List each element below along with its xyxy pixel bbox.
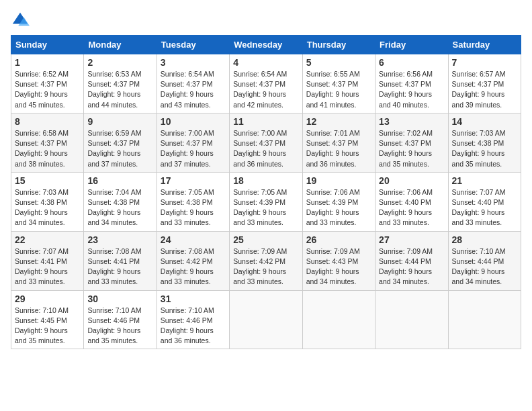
calendar-day-cell: 28 Sunrise: 7:10 AMSunset: 4:44 PMDaylig… <box>448 231 521 290</box>
day-number: 1 <box>15 57 80 68</box>
day-number: 25 <box>233 234 298 245</box>
day-info: Sunrise: 7:07 AMSunset: 4:41 PMDaylight:… <box>15 247 69 286</box>
day-number: 15 <box>15 175 80 186</box>
day-info: Sunrise: 7:10 AMSunset: 4:45 PMDaylight:… <box>15 306 69 345</box>
day-info: Sunrise: 6:52 AMSunset: 4:37 PMDaylight:… <box>15 70 69 109</box>
weekday-header-cell: Tuesday <box>157 36 229 54</box>
page-header <box>11 11 521 30</box>
calendar-day-cell: 16 Sunrise: 7:04 AMSunset: 4:38 PMDaylig… <box>84 172 157 231</box>
day-info: Sunrise: 6:54 AMSunset: 4:37 PMDaylight:… <box>161 70 214 109</box>
calendar-day-cell: 3 Sunrise: 6:54 AMSunset: 4:37 PMDayligh… <box>157 54 229 113</box>
calendar-day-cell: 22 Sunrise: 7:07 AMSunset: 4:41 PMDaylig… <box>11 231 84 290</box>
day-info: Sunrise: 7:03 AMSunset: 4:38 PMDaylight:… <box>15 188 69 227</box>
calendar-day-cell: 4 Sunrise: 6:54 AMSunset: 4:37 PMDayligh… <box>230 54 302 113</box>
calendar-day-cell: 19 Sunrise: 7:06 AMSunset: 4:39 PMDaylig… <box>302 172 375 231</box>
day-number: 27 <box>379 234 444 245</box>
day-number: 8 <box>15 116 80 127</box>
weekday-header-cell: Friday <box>375 36 448 54</box>
calendar-day-cell: 12 Sunrise: 7:01 AMSunset: 4:37 PMDaylig… <box>302 113 375 172</box>
calendar-day-cell: 11 Sunrise: 7:00 AMSunset: 4:37 PMDaylig… <box>230 113 302 172</box>
day-info: Sunrise: 7:00 AMSunset: 4:37 PMDaylight:… <box>161 129 214 168</box>
calendar-day-cell: 14 Sunrise: 7:03 AMSunset: 4:38 PMDaylig… <box>448 113 521 172</box>
day-info: Sunrise: 7:09 AMSunset: 4:43 PMDaylight:… <box>306 247 360 286</box>
calendar-table: SundayMondayTuesdayWednesdayThursdayFrid… <box>11 35 521 349</box>
day-info: Sunrise: 7:00 AMSunset: 4:37 PMDaylight:… <box>233 129 287 168</box>
calendar-day-cell <box>375 290 448 349</box>
day-number: 10 <box>161 116 226 127</box>
day-number: 23 <box>87 234 152 245</box>
calendar-body: 1 Sunrise: 6:52 AMSunset: 4:37 PMDayligh… <box>11 54 521 349</box>
day-info: Sunrise: 6:55 AMSunset: 4:37 PMDaylight:… <box>306 70 360 109</box>
calendar-day-cell: 29 Sunrise: 7:10 AMSunset: 4:45 PMDaylig… <box>11 290 84 349</box>
calendar-day-cell: 13 Sunrise: 7:02 AMSunset: 4:37 PMDaylig… <box>375 113 448 172</box>
day-info: Sunrise: 7:10 AMSunset: 4:44 PMDaylight:… <box>452 247 506 286</box>
day-info: Sunrise: 7:05 AMSunset: 4:38 PMDaylight:… <box>161 188 214 227</box>
day-number: 9 <box>87 116 152 127</box>
day-info: Sunrise: 7:07 AMSunset: 4:40 PMDaylight:… <box>452 188 506 227</box>
day-info: Sunrise: 7:02 AMSunset: 4:37 PMDaylight:… <box>379 129 433 168</box>
day-info: Sunrise: 7:01 AMSunset: 4:37 PMDaylight:… <box>306 129 360 168</box>
day-number: 22 <box>15 234 80 245</box>
day-info: Sunrise: 6:54 AMSunset: 4:37 PMDaylight:… <box>233 70 287 109</box>
calendar-week-row: 8 Sunrise: 6:58 AMSunset: 4:37 PMDayligh… <box>11 113 521 172</box>
day-number: 12 <box>306 116 371 127</box>
calendar-day-cell: 17 Sunrise: 7:05 AMSunset: 4:38 PMDaylig… <box>157 172 229 231</box>
calendar-day-cell: 21 Sunrise: 7:07 AMSunset: 4:40 PMDaylig… <box>448 172 521 231</box>
day-number: 7 <box>452 57 517 68</box>
day-number: 5 <box>306 57 371 68</box>
weekday-header-cell: Saturday <box>448 36 521 54</box>
day-info: Sunrise: 7:05 AMSunset: 4:39 PMDaylight:… <box>233 188 287 227</box>
day-number: 26 <box>306 234 371 245</box>
day-info: Sunrise: 6:57 AMSunset: 4:37 PMDaylight:… <box>452 70 506 109</box>
day-number: 29 <box>15 293 80 304</box>
day-number: 6 <box>379 57 444 68</box>
calendar-day-cell: 9 Sunrise: 6:59 AMSunset: 4:37 PMDayligh… <box>84 113 157 172</box>
weekday-header-row: SundayMondayTuesdayWednesdayThursdayFrid… <box>11 36 521 54</box>
day-info: Sunrise: 6:59 AMSunset: 4:37 PMDaylight:… <box>87 129 141 168</box>
day-info: Sunrise: 7:09 AMSunset: 4:42 PMDaylight:… <box>233 247 287 286</box>
weekday-header-cell: Sunday <box>11 36 84 54</box>
day-info: Sunrise: 7:08 AMSunset: 4:42 PMDaylight:… <box>161 247 214 286</box>
day-number: 16 <box>87 175 152 186</box>
day-number: 18 <box>233 175 298 186</box>
calendar-day-cell: 20 Sunrise: 7:06 AMSunset: 4:40 PMDaylig… <box>375 172 448 231</box>
day-number: 3 <box>161 57 226 68</box>
calendar-week-row: 29 Sunrise: 7:10 AMSunset: 4:45 PMDaylig… <box>11 290 521 349</box>
day-info: Sunrise: 6:56 AMSunset: 4:37 PMDaylight:… <box>379 70 433 109</box>
day-info: Sunrise: 7:06 AMSunset: 4:40 PMDaylight:… <box>379 188 433 227</box>
calendar-day-cell: 8 Sunrise: 6:58 AMSunset: 4:37 PMDayligh… <box>11 113 84 172</box>
calendar-day-cell: 2 Sunrise: 6:53 AMSunset: 4:37 PMDayligh… <box>84 54 157 113</box>
calendar-day-cell: 10 Sunrise: 7:00 AMSunset: 4:37 PMDaylig… <box>157 113 229 172</box>
weekday-header-cell: Wednesday <box>230 36 302 54</box>
calendar-day-cell: 30 Sunrise: 7:10 AMSunset: 4:46 PMDaylig… <box>84 290 157 349</box>
calendar-week-row: 15 Sunrise: 7:03 AMSunset: 4:38 PMDaylig… <box>11 172 521 231</box>
day-info: Sunrise: 7:06 AMSunset: 4:39 PMDaylight:… <box>306 188 360 227</box>
day-number: 19 <box>306 175 371 186</box>
day-number: 20 <box>379 175 444 186</box>
calendar-day-cell: 27 Sunrise: 7:09 AMSunset: 4:44 PMDaylig… <box>375 231 448 290</box>
calendar-day-cell: 31 Sunrise: 7:10 AMSunset: 4:46 PMDaylig… <box>157 290 229 349</box>
calendar-day-cell <box>302 290 375 349</box>
day-info: Sunrise: 6:53 AMSunset: 4:37 PMDaylight:… <box>87 70 141 109</box>
day-number: 13 <box>379 116 444 127</box>
day-info: Sunrise: 7:10 AMSunset: 4:46 PMDaylight:… <box>161 306 214 345</box>
day-number: 17 <box>161 175 226 186</box>
day-number: 21 <box>452 175 517 186</box>
calendar-day-cell: 26 Sunrise: 7:09 AMSunset: 4:43 PMDaylig… <box>302 231 375 290</box>
day-number: 11 <box>233 116 298 127</box>
logo <box>11 11 32 30</box>
calendar-week-row: 1 Sunrise: 6:52 AMSunset: 4:37 PMDayligh… <box>11 54 521 113</box>
calendar-week-row: 22 Sunrise: 7:07 AMSunset: 4:41 PMDaylig… <box>11 231 521 290</box>
calendar-day-cell: 25 Sunrise: 7:09 AMSunset: 4:42 PMDaylig… <box>230 231 302 290</box>
calendar-day-cell: 15 Sunrise: 7:03 AMSunset: 4:38 PMDaylig… <box>11 172 84 231</box>
calendar-day-cell: 1 Sunrise: 6:52 AMSunset: 4:37 PMDayligh… <box>11 54 84 113</box>
day-info: Sunrise: 7:03 AMSunset: 4:38 PMDaylight:… <box>452 129 506 168</box>
weekday-header-cell: Monday <box>84 36 157 54</box>
calendar-day-cell: 6 Sunrise: 6:56 AMSunset: 4:37 PMDayligh… <box>375 54 448 113</box>
calendar-day-cell: 18 Sunrise: 7:05 AMSunset: 4:39 PMDaylig… <box>230 172 302 231</box>
day-number: 2 <box>87 57 152 68</box>
calendar-day-cell: 7 Sunrise: 6:57 AMSunset: 4:37 PMDayligh… <box>448 54 521 113</box>
day-info: Sunrise: 7:10 AMSunset: 4:46 PMDaylight:… <box>87 306 141 345</box>
day-info: Sunrise: 7:04 AMSunset: 4:38 PMDaylight:… <box>87 188 141 227</box>
day-info: Sunrise: 7:09 AMSunset: 4:44 PMDaylight:… <box>379 247 433 286</box>
